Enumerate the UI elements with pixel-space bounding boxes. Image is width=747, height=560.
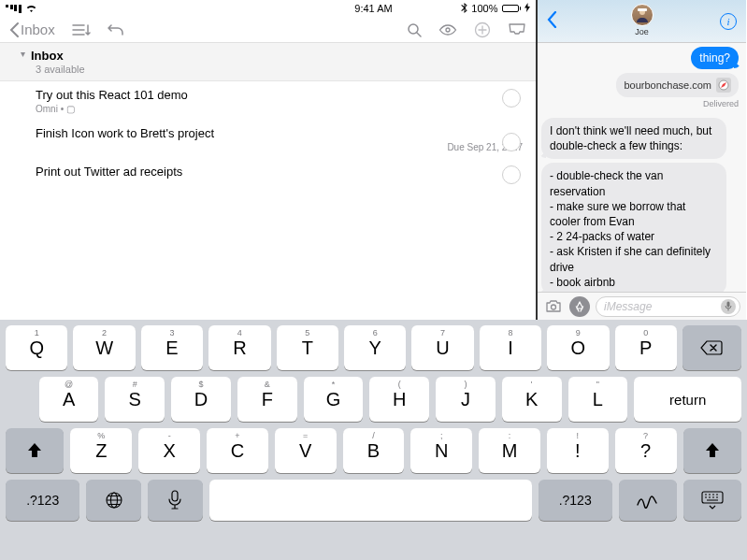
keyboard: 1Q2W3E4R5T6Y7U8I9O0P @A#S$D&F*G(H)J'K"Lr… [0,320,747,560]
globe-key[interactable] [86,480,141,521]
camera-icon[interactable] [543,296,564,317]
delivered-label: Delivered [703,99,739,108]
key-I[interactable]: 8I [480,325,541,370]
todo-title: Finish Icon work to Brett's project [36,126,523,140]
key-A[interactable]: @A [39,377,99,422]
key-R[interactable]: 4R [208,325,270,370]
key-C[interactable]: +C [207,428,268,473]
charging-icon [524,3,530,14]
key-E[interactable]: 3E [141,325,203,370]
back-label: Inbox [21,22,55,37]
safari-icon [716,78,731,93]
key-Y[interactable]: 6Y [344,325,406,370]
key-W[interactable]: 2W [73,325,135,370]
back-chevron-icon[interactable] [547,11,557,32]
key-V[interactable]: =V [275,428,337,473]
battery-icon [502,5,522,12]
key-K[interactable]: 'K [502,377,562,422]
svg-rect-7 [727,302,730,308]
svg-point-6 [552,305,556,309]
svg-rect-4 [638,8,647,11]
message-placeholder: iMessage [604,300,652,313]
todo-title: Print out Twitter ad receipts [36,165,523,179]
message-input-bar: iMessage [538,292,746,320]
shift-key[interactable] [683,428,741,473]
contact-name: Joe [635,27,649,36]
messages-panel: Joe i thing? bourbonchase.com Delivered … [538,0,746,320]
todo-title: Try out this React 101 demo [36,88,523,102]
section-title: Inbox [31,49,64,63]
mic-icon[interactable] [721,299,736,314]
svg-rect-10 [172,491,178,501]
key-P[interactable]: 0P [615,325,677,370]
incoming-bubble: I don't think we'll need much, but doubl… [541,118,726,159]
key-M[interactable]: :M [479,428,540,473]
key-J[interactable]: )J [436,377,496,422]
todo-meta: Omni • ▢ [36,104,523,114]
key-H[interactable]: (H [369,377,429,422]
key-Q[interactable]: 1Q [6,325,67,370]
status-time: 9:41 AM [354,3,392,14]
space-key[interactable] [209,480,532,521]
complete-circle[interactable] [502,133,521,151]
todo-item[interactable]: Try out this React 101 demo Omni • ▢ [0,81,536,120]
undo-icon[interactable] [108,23,124,36]
section-subtitle: 3 available [36,64,523,75]
add-icon[interactable] [474,22,491,38]
shift-key[interactable] [6,428,64,473]
key-X[interactable]: -X [138,428,200,473]
return-key[interactable]: return [634,377,741,422]
symbols-key[interactable]: .?123 [6,480,79,521]
todo-due: Due Sep 21, 2017 [36,142,523,152]
key-U[interactable]: 7U [411,325,473,370]
toolbar: Inbox [0,17,536,43]
complete-circle[interactable] [502,165,521,184]
todo-app-panel: 9:41 AM 100% Inbox [0,0,538,320]
key-Z[interactable]: %Z [70,428,132,473]
dismiss-keyboard-key[interactable] [683,480,741,521]
svg-point-1 [446,28,450,32]
key-?[interactable]: ?? [615,428,677,473]
key-![interactable]: !! [547,428,609,473]
key-B[interactable]: /B [343,428,405,473]
key-F[interactable]: &F [237,377,297,422]
app-store-icon[interactable] [569,296,590,317]
inbox-icon[interactable] [508,23,526,36]
outgoing-bubble: thing? [691,47,739,69]
key-L[interactable]: "L [568,377,628,422]
scribble-key[interactable] [619,480,677,521]
incoming-bubble: - double-check the van reservation - mak… [541,163,726,292]
search-icon[interactable] [407,22,422,37]
complete-circle[interactable] [502,89,521,108]
messages-header: Joe i [538,0,746,43]
info-icon[interactable]: i [720,13,737,30]
todo-item[interactable]: Finish Icon work to Brett's project Due … [0,120,536,158]
messages-body[interactable]: thing? bourbonchase.com Delivered I don'… [538,43,746,292]
avatar[interactable] [631,4,654,26]
key-D[interactable]: $D [171,377,231,422]
sort-icon[interactable] [72,23,91,36]
key-N[interactable]: ;N [410,428,472,473]
cellular-icon [6,5,22,13]
back-button[interactable]: Inbox [9,22,55,37]
key-T[interactable]: 5T [277,325,338,370]
view-icon[interactable] [438,24,457,36]
symbols-key-right[interactable]: .?123 [539,480,612,521]
message-input[interactable]: iMessage [596,296,740,317]
bluetooth-icon [461,3,467,15]
link-text: bourbonchase.com [624,79,711,91]
todo-item[interactable]: Print out Twitter ad receipts [0,158,536,186]
wifi-icon [25,4,37,13]
key-G[interactable]: *G [304,377,364,422]
backspace-key[interactable] [682,325,741,370]
battery-percent: 100% [471,3,497,14]
link-preview[interactable]: bourbonchase.com [616,73,739,97]
todo-list: Try out this React 101 demo Omni • ▢ Fin… [0,81,536,320]
section-header[interactable]: ▴ Inbox 3 available [0,43,536,81]
chevron-down-icon: ▴ [21,50,25,61]
key-O[interactable]: 9O [547,325,609,370]
status-bar: 9:41 AM 100% [0,0,536,17]
key-S[interactable]: #S [105,377,165,422]
dictation-key[interactable] [148,480,203,521]
